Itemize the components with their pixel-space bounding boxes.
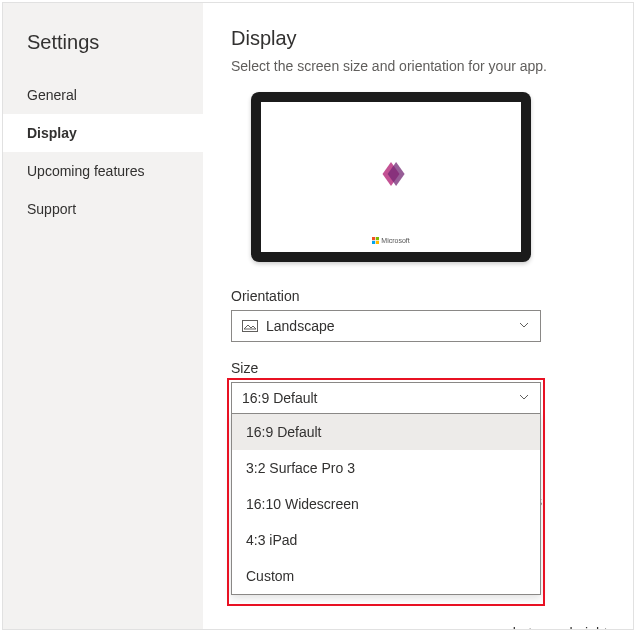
orientation-value: Landscape <box>266 318 335 334</box>
settings-dialog: Settings General Display Upcoming featur… <box>2 2 634 630</box>
sidebar-title: Settings <box>3 23 203 76</box>
size-option-4-3-ipad[interactable]: 4:3 iPad <box>232 522 540 558</box>
powerapps-logo-icon <box>374 157 408 191</box>
orientation-dropdown[interactable]: Landscape <box>231 310 541 342</box>
chevron-down-icon <box>518 318 530 334</box>
size-option-16-10-widescreen[interactable]: 16:10 Widescreen <box>232 486 540 522</box>
orientation-label: Orientation <box>231 288 605 304</box>
svg-rect-2 <box>372 237 375 240</box>
size-label: Size <box>231 360 605 376</box>
sidebar-item-display[interactable]: Display <box>3 114 203 152</box>
svg-rect-4 <box>372 241 375 244</box>
svg-rect-3 <box>376 237 379 240</box>
page-description: Select the screen size and orientation f… <box>231 58 605 74</box>
size-value: 16:9 Default <box>242 390 318 406</box>
size-option-3-2-surface-pro-3[interactable]: 3:2 Surface Pro 3 <box>232 450 540 486</box>
landscape-icon <box>242 320 258 332</box>
background-text-fragment: Locking this automatically maintains the… <box>231 625 613 629</box>
device-screen: Microsoft <box>261 102 521 252</box>
size-control: 16:9 Default 16:9 Default 3:2 Surface Pr… <box>231 382 605 595</box>
sidebar-item-upcoming-features[interactable]: Upcoming features <box>3 152 203 190</box>
device-preview: Microsoft <box>251 92 531 262</box>
size-dropdown-list: 16:9 Default 3:2 Surface Pro 3 16:10 Wid… <box>231 414 541 595</box>
sidebar-item-general[interactable]: General <box>3 76 203 114</box>
microsoft-logo-icon <box>372 237 379 244</box>
settings-sidebar: Settings General Display Upcoming featur… <box>3 3 203 629</box>
size-dropdown[interactable]: 16:9 Default <box>231 382 541 414</box>
display-panel: Display Select the screen size and orien… <box>203 3 633 629</box>
svg-rect-6 <box>243 321 258 332</box>
svg-rect-5 <box>376 241 379 244</box>
size-option-custom[interactable]: Custom <box>232 558 540 594</box>
chevron-down-icon <box>518 390 530 406</box>
microsoft-brand: Microsoft <box>372 237 409 244</box>
size-option-16-9-default[interactable]: 16:9 Default <box>232 414 540 450</box>
sidebar-item-support[interactable]: Support <box>3 190 203 228</box>
page-title: Display <box>231 27 605 50</box>
microsoft-brand-text: Microsoft <box>381 237 409 244</box>
